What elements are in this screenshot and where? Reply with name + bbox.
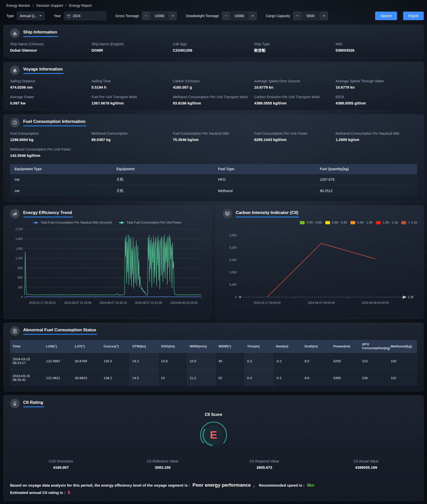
type-select-value: Annual Q... [20, 14, 37, 18]
legend-item[interactable]: > 1.18 [401, 221, 417, 224]
filter-bar: Type Annual Q... Year 2024 Gross Tonnage… [6, 12, 424, 20]
svg-text:0,000: 0,000 [229, 246, 237, 249]
gross-tonnage-value[interactable]: 10000 [150, 14, 169, 18]
field-value: 474.0206 nm [10, 85, 91, 89]
field-value: 3083.156 [112, 465, 214, 470]
field-value: 4160.057 [10, 465, 112, 470]
field-label: Methanol Consumption Per Nautical Mile [336, 131, 417, 135]
table-cell: Methanol [214, 185, 315, 197]
svg-text:1,500: 1,500 [15, 247, 23, 250]
cii-grade: E [210, 429, 217, 441]
field: EEOI4388.0555 g/t/nm [336, 95, 417, 105]
svg-text:2024-08-07 13:33:19: 2024-08-07 13:33:19 [99, 301, 127, 305]
table-cell: 115 [388, 370, 417, 386]
gross-plus-button[interactable]: + [169, 12, 176, 20]
abnormal-table: TimeLON(°)LAT(°)Course(°)STW(kn)SOG(kn)W… [10, 340, 417, 386]
table-header-row: TimeLON(°)LAT(°)Course(°)STW(kn)SOG(kn)W… [10, 340, 417, 353]
equipment-table: Equipment TypeEquipmentFuel TypeFuel Qua… [10, 164, 417, 196]
field-value: 4160.057 g [173, 85, 254, 89]
svg-text:600: 600 [18, 276, 23, 279]
table-cell: 0.4 [244, 370, 273, 386]
deadweight-plus-button[interactable]: + [249, 12, 257, 20]
export-button[interactable]: Export [403, 12, 424, 20]
search-button[interactable]: Search [375, 12, 397, 20]
field: Carbon Emission Per Unit Transport Work4… [254, 95, 336, 105]
svg-text:1,800: 1,800 [15, 237, 23, 241]
table-cell: 14 [158, 370, 187, 386]
legend-item[interactable]: 1.06 - 1.18 [376, 221, 398, 224]
summary-comma: , [253, 483, 254, 487]
table-row[interactable]: me主机HFO1297.678 [10, 174, 417, 185]
field: Methanol Consumption89.0387 kg [91, 131, 173, 142]
cargo-capacity-label: Cargo Capacity [266, 14, 290, 18]
table-cell: 30.6823 [72, 370, 101, 386]
cii-score-label: CII Score [10, 412, 417, 417]
report-list-icon [10, 326, 20, 336]
breadcrumb-separator: / [33, 4, 34, 8]
breadcrumb-item[interactable]: Decision Support [36, 4, 63, 8]
legend-label: Total Fuel Consumption Per Unit Power [126, 221, 182, 224]
chevron-down-icon [39, 15, 42, 17]
cii-stats: CO2 Emissions4160.057 CII Reference Valu… [10, 459, 417, 470]
field-label: CII Required Value [214, 459, 315, 463]
table-row[interactable]: 2024-03-15 08:35:42122.462130.6823138.21… [10, 370, 417, 386]
svg-text:2024-02-17 05:26:02: 2024-02-17 05:26:02 [29, 301, 56, 305]
legend-color-chip [300, 221, 305, 224]
legend-color-chip [350, 221, 355, 224]
legend-item[interactable]: 0.94 - 1.06 [350, 221, 372, 224]
table-cell: 8.5 [302, 353, 331, 370]
svg-text:0,000: 0,000 [229, 258, 237, 262]
breadcrumb-item[interactable]: Energy Monitor [6, 4, 30, 8]
cargo-plus-button[interactable]: + [320, 12, 328, 20]
legend-item[interactable]: Total Fuel Consumption Per Nautical Mile… [33, 221, 112, 224]
field: Methanol Consumption Per Unit Power142.0… [10, 147, 91, 158]
calendar-icon [67, 14, 70, 18]
column-header: Fuel Type [214, 164, 315, 174]
deadweight-value[interactable]: 10000 [230, 14, 249, 18]
table-cell: me [10, 174, 112, 185]
table-cell: 1297.678 [315, 174, 417, 185]
year-input[interactable]: 2024 [64, 12, 106, 20]
fuel-gauge-icon [10, 118, 20, 127]
field-label: Average Speed Over Ground [254, 79, 336, 83]
cargo-capacity-value[interactable]: 5000 [301, 14, 320, 18]
legend-item[interactable]: 0.86 - 0.94 [325, 221, 347, 224]
section-title: Carbon Intensity Indicator (CII) [236, 210, 298, 218]
cargo-minus-button[interactable]: − [293, 12, 301, 20]
table-cell: 14.5 [130, 370, 158, 386]
column-header: LAT(°) [72, 340, 101, 353]
table-cell: me [10, 185, 112, 197]
column-header: LON(°) [43, 340, 72, 353]
legend-item[interactable]: Total Fuel Consumption Per Unit Power [119, 221, 182, 224]
deadweight-minus-button[interactable]: − [222, 12, 230, 20]
table-row[interactable]: 2024-03-15 08:23:17122.456730.6789135.51… [10, 353, 417, 370]
gross-minus-button[interactable]: − [142, 12, 150, 20]
field: Sailing Time5.5194 h [91, 79, 173, 89]
ship-icon [10, 28, 20, 38]
column-header: Time [10, 340, 43, 353]
legend-item[interactable]: 0.00 - 0.86 [300, 221, 322, 224]
field: CII Reference Value3083.156 [112, 459, 214, 470]
field: Call SignC23451256 [173, 42, 254, 53]
field: IMO538003526 [336, 42, 417, 53]
type-select[interactable]: Annual Q... [17, 12, 45, 20]
field-value: DGMR [91, 48, 173, 52]
column-header: Heel(m) [273, 340, 302, 353]
ship-information-card: Ship Information Ship Name (Chinese)Duba… [3, 25, 424, 58]
field: Fuel Consumption Per Unit Power8295.1443… [254, 131, 336, 142]
year-value: 2024 [73, 14, 81, 18]
table-cell: 11.2 [187, 370, 216, 386]
field-value: 2805.672 [214, 465, 315, 470]
legend-color-chip [376, 221, 381, 224]
field: Fuel Per Unit Transport Work1367.6678 kg… [91, 95, 173, 105]
summary-lead: Based on voyage data analysis for this p… [10, 483, 190, 487]
table-cell: 5350 [331, 370, 359, 386]
svg-text:2024-08-08 00:00:00: 2024-08-08 00:00:00 [362, 301, 389, 305]
table-row[interactable]: me主机Methanol90.2512 [10, 185, 417, 197]
breadcrumb-item[interactable]: Energy Report [69, 4, 92, 8]
energy-trend-card: Energy Efficiency Trend Total Fuel Consu… [3, 205, 211, 319]
deadweight-stepper: − 10000 + [222, 12, 257, 20]
table-cell: 2024-03-15 08:23:17 [10, 353, 43, 370]
cii-plot: 0,0000,0000,0000,0000,00002024-02-17 00:… [223, 227, 417, 312]
field: CII Actual Value4388055.199 [315, 459, 417, 470]
